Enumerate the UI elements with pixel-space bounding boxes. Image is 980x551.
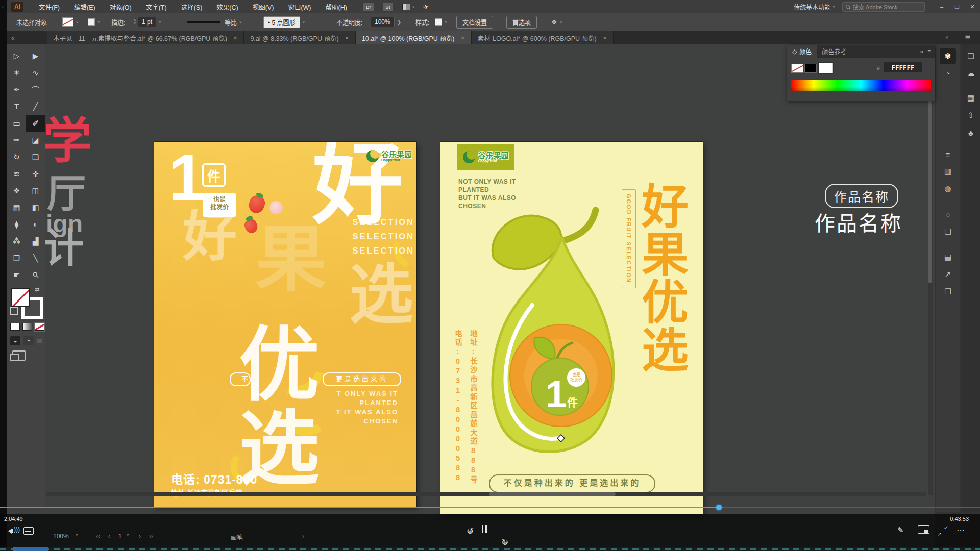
panel-icon[interactable]: ◔ — [940, 66, 956, 81]
panel-icon[interactable]: ❑ — [963, 48, 979, 64]
panel-icon[interactable]: ❏ — [940, 224, 956, 239]
panel-icon[interactable]: ⇧ — [963, 108, 979, 123]
style-swatch[interactable] — [435, 18, 442, 26]
brush-definition-field[interactable]: • 5 点圆形 — [263, 16, 300, 28]
close-icon[interactable]: ✕ — [460, 35, 464, 41]
black-swatch[interactable] — [804, 64, 817, 73]
swap-fill-stroke-icon[interactable]: ⇄ — [35, 286, 39, 293]
draw-behind-button[interactable]: ◓ — [23, 336, 34, 345]
panel-icon[interactable]: ▥ — [940, 164, 956, 179]
panel-icon[interactable]: ✾ — [940, 48, 956, 64]
stroke-color-swatch[interactable] — [62, 17, 74, 27]
first-artboard-icon[interactable]: ‹‹ — [96, 533, 100, 540]
color-spectrum-bar[interactable] — [791, 80, 931, 91]
tool-button[interactable]: ⁂ — [7, 233, 26, 249]
menu-item[interactable]: 文件(F) — [32, 2, 67, 12]
menu-item[interactable]: 文字(T) — [139, 2, 174, 12]
next-artboard-icon[interactable]: › — [139, 533, 141, 540]
tool-button[interactable]: ⧫ — [7, 216, 26, 233]
panel-menu-icon[interactable]: ≡ — [927, 48, 931, 55]
document-tab[interactable]: 木子见—11—元素提取与整合.ai* @ 66.67% (RGB/GPU 预览)… — [47, 31, 244, 44]
tool-button[interactable]: ↻ — [7, 148, 26, 165]
panel-expand-icon[interactable]: » — [920, 48, 923, 55]
menu-item[interactable]: 编辑(E) — [67, 2, 103, 12]
none-mode-button[interactable] — [35, 323, 44, 331]
draw-normal-button[interactable]: ◒ — [10, 336, 20, 345]
alignment-icon[interactable]: ❖ — [551, 18, 557, 26]
chevron-down-icon[interactable]: ˅ — [303, 20, 305, 24]
tool-button[interactable]: ✐ — [26, 115, 45, 132]
menu-item[interactable]: 帮助(H) — [318, 2, 354, 12]
default-fill-stroke-icon[interactable] — [10, 307, 18, 315]
menu-item[interactable]: 选择(S) — [174, 2, 210, 12]
fill-stroke-control[interactable]: ⇄ — [11, 288, 41, 317]
chevron-down-icon[interactable]: ˅ — [560, 20, 562, 24]
close-icon[interactable]: ✕ — [345, 35, 349, 41]
tool-button[interactable]: ◐ — [26, 216, 45, 233]
tool-button[interactable]: ╱ — [26, 98, 45, 115]
chevron-down-icon[interactable]: ˅ — [832, 5, 835, 9]
white-swatch[interactable] — [819, 63, 833, 73]
tabbar-collapse-icon[interactable]: « — [7, 32, 47, 44]
stroke-stepper[interactable]: ˄˅ — [134, 19, 136, 25]
tool-button[interactable]: ∿ — [26, 64, 45, 81]
panel-icon[interactable]: ◌ — [940, 207, 956, 222]
menu-item[interactable]: 对象(O) — [103, 2, 139, 12]
restore-button[interactable]: ☐ — [949, 4, 965, 10]
control-panel-menu-icon[interactable]: ≣ — [965, 33, 971, 41]
artboard-left-poster[interactable]: 好 果 选 好 优 选 1 件 也是 批发价 谷乐果园 Happy fruit … — [154, 142, 416, 507]
none-swatch[interactable] — [791, 64, 803, 73]
tool-button[interactable]: ◪ — [26, 132, 45, 148]
chevron-down-icon[interactable]: ˅ — [127, 533, 129, 537]
tab-color[interactable]: ◇ 颜色 — [787, 45, 817, 58]
close-icon[interactable]: ✕ — [233, 35, 237, 41]
tool-button[interactable]: ✜ — [26, 165, 45, 182]
menu-item[interactable]: 窗口(W) — [281, 2, 318, 12]
menu-item[interactable]: 效果(C) — [209, 2, 245, 12]
bridge-icon[interactable]: Br — [363, 3, 374, 11]
minimize-button[interactable]: – — [934, 4, 949, 10]
workspace-switcher[interactable]: 传统基本功能 — [794, 3, 830, 11]
tool-button[interactable]: ❖ — [7, 182, 26, 199]
tool-button[interactable]: ◧ — [26, 199, 45, 216]
back-arrow-icon[interactable]: ← — [1, 2, 7, 10]
stock-icon[interactable]: St — [383, 3, 393, 11]
tool-button[interactable]: ❒ — [7, 249, 26, 266]
menu-item[interactable]: 视图(V) — [246, 2, 281, 12]
chevron-down-icon[interactable]: ˅ — [76, 533, 78, 537]
search-input[interactable]: 搜索 Adobe Stock — [842, 2, 925, 12]
tool-button[interactable]: ▷ — [7, 47, 26, 64]
chevron-down-icon[interactable]: ˅ — [159, 20, 161, 24]
artboard-right-poster[interactable]: 谷乐果园 Happy fruit NOT ONLY WAS IT PLANTED… — [440, 142, 703, 514]
tool-button[interactable]: ▭ — [7, 115, 26, 132]
scrollbar-thumb[interactable] — [928, 97, 932, 283]
prev-artboard-icon[interactable]: ‹ — [108, 533, 110, 540]
tool-button[interactable]: ▶ — [26, 47, 45, 64]
tool-button[interactable]: ✶ — [7, 64, 26, 81]
stroke-weight-field[interactable]: 1 pt — [138, 17, 156, 27]
arrange-documents-icon[interactable] — [402, 4, 410, 10]
panel-icon[interactable]: ▤ — [940, 249, 956, 265]
opacity-field[interactable]: 100% — [371, 17, 395, 27]
vertical-scrollbar[interactable] — [928, 46, 933, 495]
chevron-down-icon[interactable]: ˅ — [945, 35, 948, 40]
panel-icon[interactable]: ◍ — [940, 181, 956, 196]
document-tab[interactable]: 9.ai @ 8.33% (RGB/GPU 预览) ✕ — [244, 31, 356, 44]
video-progress-bar[interactable] — [0, 507, 980, 508]
chevron-down-icon[interactable]: ˅ — [76, 20, 79, 24]
fill-swatch-none[interactable] — [11, 288, 30, 307]
tool-button[interactable]: ◫ — [26, 182, 45, 199]
document-tab[interactable]: 素材-LOGO.ai* @ 600% (RGB/GPU 预览) ✕ — [472, 31, 614, 44]
zoom-level[interactable]: 100% — [53, 533, 69, 540]
tool-button[interactable]: ✏ — [7, 132, 26, 148]
document-setup-button[interactable]: 文档设置 — [456, 16, 493, 29]
tool-button[interactable]: ▦ — [7, 199, 26, 216]
tool-button[interactable]: ⌒ — [26, 81, 45, 98]
chevron-down-icon[interactable]: ˅ — [412, 5, 415, 9]
panel-icon[interactable]: ☁ — [963, 66, 979, 81]
opacity-arrow-icon[interactable]: ❯ — [397, 19, 401, 25]
scrollbar-thumb[interactable] — [489, 492, 616, 496]
panel-icon[interactable]: ≡ — [940, 146, 956, 162]
status-arrow-icon[interactable]: › — [302, 533, 304, 540]
panel-icon[interactable]: ▦ — [963, 90, 979, 106]
